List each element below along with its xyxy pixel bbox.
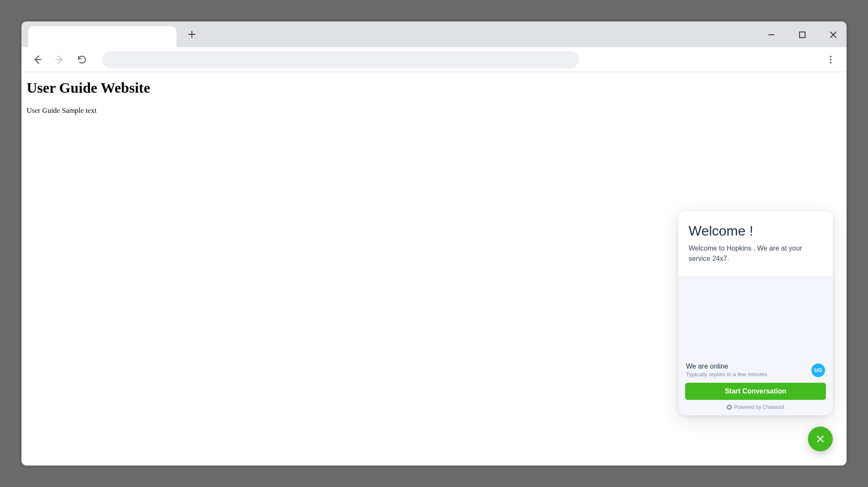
chat-body [678,276,833,363]
close-icon [829,31,837,39]
minimize-button[interactable] [764,27,779,42]
close-icon [816,434,825,444]
plus-icon [187,30,197,39]
address-bar[interactable] [102,51,579,68]
browser-tab[interactable] [28,26,176,47]
page-body-text: User Guide Sample text [27,106,841,115]
page-title: User Guide Website [27,80,841,96]
chat-status-subtext: Typically replies in a few minutes [686,371,767,378]
back-button[interactable] [31,53,44,66]
powered-by[interactable]: Powered by Chatwoot [685,404,826,410]
start-conversation-button[interactable]: Start Conversation [685,383,826,400]
maximize-button[interactable] [795,27,810,42]
reload-button[interactable] [76,53,88,66]
chat-status-line: We are online [686,363,767,370]
reload-icon [77,54,87,65]
new-tab-button[interactable] [184,27,200,42]
window-controls [764,27,841,42]
arrow-right-icon [54,54,65,65]
svg-point-2 [830,59,832,60]
chat-toggle-button[interactable] [808,427,833,451]
browser-toolbar [21,47,847,72]
tab-strip [21,21,847,47]
svg-rect-0 [800,32,805,38]
kebab-menu-icon [826,55,835,64]
browser-menu-button[interactable] [824,53,837,66]
forward-button [53,53,66,66]
arrow-left-icon [32,54,43,65]
chat-status-row: We are online Typically replies in a few… [685,363,826,378]
chat-footer: We are online Typically replies in a few… [678,363,833,415]
chat-welcome-title: Welcome ! [689,223,822,239]
chat-header: Welcome ! Welcome to Hopkins . We are at… [678,211,833,276]
close-window-button[interactable] [826,27,841,42]
chatwoot-logo-icon [727,405,732,410]
chat-widget: Welcome ! Welcome to Hopkins . We are at… [678,211,833,415]
maximize-icon [799,31,806,38]
agent-avatar: UG [811,363,825,377]
device-frame: User Guide Website User Guide Sample tex… [0,0,868,487]
powered-by-label: Powered by Chatwoot [734,404,784,410]
chat-welcome-text: Welcome to Hopkins . We are at your serv… [689,243,822,264]
svg-point-3 [830,62,832,64]
page-content: User Guide Website User Guide Sample tex… [21,72,847,123]
svg-point-1 [830,56,832,57]
browser-window: User Guide Website User Guide Sample tex… [21,21,847,466]
minimize-icon [768,31,775,39]
